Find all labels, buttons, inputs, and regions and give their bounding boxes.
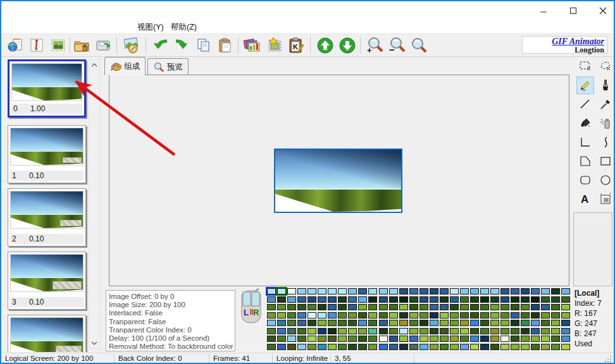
frame-item-4[interactable] [8, 315, 86, 352]
pencil-tool[interactable] [577, 77, 593, 94]
undo-button[interactable] [151, 36, 171, 55]
palette-swatch[interactable] [440, 304, 449, 310]
palette-swatch[interactable] [480, 312, 489, 318]
palette-swatch[interactable] [541, 312, 550, 318]
palette-swatch[interactable] [348, 312, 357, 318]
palette-swatch[interactable] [450, 296, 459, 303]
palette-swatch[interactable] [399, 288, 408, 294]
palette-swatch[interactable] [480, 288, 489, 294]
palette-swatch[interactable] [297, 328, 306, 334]
palette-swatch[interactable] [358, 336, 367, 342]
color-palette[interactable] [267, 288, 572, 352]
palette-swatch[interactable] [338, 320, 347, 326]
palette-swatch[interactable] [551, 320, 560, 326]
fill-bucket-tool[interactable] [577, 115, 593, 131]
palette-swatch[interactable] [490, 312, 499, 318]
airbrush-tool[interactable] [597, 115, 614, 131]
palette-swatch[interactable] [348, 344, 357, 350]
palette-swatch[interactable] [419, 344, 428, 350]
palette-swatch[interactable] [328, 320, 337, 326]
palette-swatch[interactable] [531, 328, 540, 334]
palette-swatch[interactable] [368, 328, 377, 334]
palette-swatch[interactable] [460, 328, 469, 334]
palette-swatch[interactable] [450, 344, 459, 350]
palette-swatch[interactable] [409, 296, 418, 303]
palette-swatch[interactable] [531, 336, 540, 342]
palette-swatch[interactable] [460, 344, 469, 350]
palette-swatch[interactable] [318, 328, 326, 334]
palette-swatch[interactable] [500, 328, 509, 334]
frame-item-3[interactable]: 3 0.10 [8, 252, 86, 310]
palette-swatch[interactable] [277, 328, 286, 334]
palette-swatch[interactable] [430, 288, 438, 294]
palette-swatch[interactable] [318, 304, 326, 310]
palette-swatch[interactable] [399, 312, 408, 318]
palette-swatch[interactable] [521, 304, 530, 310]
palette-swatch[interactable] [368, 296, 377, 303]
move-frame-down-button[interactable] [337, 36, 357, 55]
palette-swatch[interactable] [358, 288, 367, 294]
palette-swatch[interactable] [419, 296, 428, 303]
palette-swatch[interactable] [490, 328, 499, 334]
palette-swatch[interactable] [490, 288, 499, 294]
palette-swatch[interactable] [308, 304, 316, 310]
palette-swatch[interactable] [409, 336, 418, 342]
palette-swatch[interactable] [389, 320, 398, 326]
palette-swatch[interactable] [308, 288, 316, 294]
select-freeform-tool[interactable] [597, 58, 614, 75]
zoom-in-button[interactable]: + [365, 36, 385, 55]
palette-swatch[interactable] [348, 320, 357, 326]
palette-swatch[interactable] [399, 328, 408, 334]
palette-swatch[interactable] [490, 304, 499, 310]
palette-swatch[interactable] [541, 344, 550, 350]
palette-swatch[interactable] [267, 328, 276, 334]
close-button[interactable] [593, 3, 613, 18]
palette-swatch[interactable] [399, 320, 408, 326]
palette-swatch[interactable] [541, 304, 550, 310]
palette-swatch[interactable] [409, 344, 418, 350]
palette-swatch[interactable] [521, 312, 530, 318]
frame-item-2[interactable]: 2 0.10 [8, 188, 86, 246]
zoom-out-button[interactable]: − [387, 36, 407, 55]
palette-swatch[interactable] [358, 320, 367, 326]
copy-button[interactable] [194, 36, 214, 55]
brush-tool[interactable] [597, 77, 614, 94]
save-button[interactable] [94, 36, 114, 55]
palette-swatch[interactable] [287, 304, 296, 310]
palette-swatch[interactable] [551, 336, 560, 342]
palette-swatch[interactable] [419, 312, 428, 318]
palette-swatch[interactable] [368, 336, 377, 342]
palette-swatch[interactable] [328, 328, 337, 334]
palette-swatch[interactable] [389, 344, 398, 350]
palette-swatch[interactable] [531, 288, 540, 294]
palette-swatch[interactable] [409, 328, 418, 334]
palette-swatch[interactable] [470, 344, 479, 350]
palette-swatch[interactable] [308, 312, 316, 318]
palette-swatch[interactable] [551, 344, 560, 350]
palette-swatch[interactable] [328, 304, 337, 310]
palette-swatch[interactable] [480, 304, 489, 310]
palette-swatch[interactable] [379, 336, 388, 342]
palette-swatch[interactable] [470, 288, 479, 294]
palette-swatch[interactable] [267, 304, 276, 310]
new-text-button[interactable] [27, 36, 47, 55]
palette-swatch[interactable] [287, 336, 296, 342]
palette-swatch[interactable] [419, 328, 428, 334]
palette-swatch[interactable] [561, 288, 570, 294]
rectangle-tool[interactable] [597, 153, 614, 169]
palette-swatch[interactable] [379, 328, 388, 334]
text-tool[interactable]: A [577, 191, 593, 207]
palette-swatch[interactable] [430, 304, 438, 310]
palette-swatch[interactable] [409, 288, 418, 294]
palette-swatch[interactable] [389, 336, 398, 342]
palette-swatch[interactable] [297, 288, 306, 294]
palette-swatch[interactable] [368, 288, 377, 294]
frame-stamp-button[interactable] [48, 36, 68, 55]
palette-swatch[interactable] [480, 328, 489, 334]
palette-swatch[interactable] [277, 296, 286, 303]
palette-swatch[interactable] [440, 288, 449, 294]
palette-swatch[interactable] [318, 336, 326, 342]
palette-swatch[interactable] [389, 296, 398, 303]
palette-swatch[interactable] [419, 288, 428, 294]
palette-swatch[interactable] [389, 312, 398, 318]
